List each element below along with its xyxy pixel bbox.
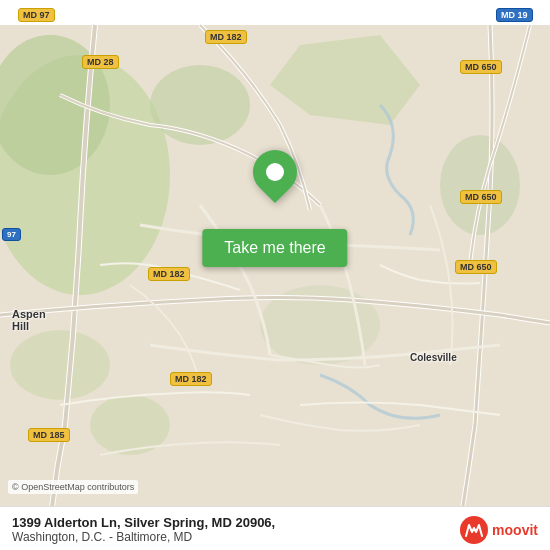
take-me-there-button[interactable]: Take me there — [202, 229, 347, 267]
place-label-colesville: Colesville — [410, 352, 457, 363]
road-badge-md182-top: MD 182 — [205, 30, 247, 44]
road-badge-md650-top: MD 650 — [460, 60, 502, 74]
place-label-aspen-hill: AspenHill — [12, 308, 46, 332]
road-badge-md650-mid: MD 650 — [460, 190, 502, 204]
map-container: MD 97 MD 28 MD 182 MD 19 MD 650 MD 182 9… — [0, 0, 550, 550]
moovit-logo-icon — [460, 516, 488, 544]
pin-marker — [244, 141, 306, 203]
road-badge-97-left: 97 — [2, 228, 21, 241]
road-badge-md28: MD 28 — [82, 55, 119, 69]
svg-point-8 — [10, 330, 110, 400]
location-pin — [253, 150, 297, 194]
moovit-brand-name: moovit — [492, 522, 538, 538]
road-badge-md182-mid: MD 182 — [148, 267, 190, 281]
address-line2: Washington, D.C. - Baltimore, MD — [12, 530, 460, 544]
road-badge-md97-top: MD 97 — [18, 8, 55, 22]
address-block: 1399 Alderton Ln, Silver Spring, MD 2090… — [12, 515, 460, 544]
road-badge-md182-lower: MD 182 — [170, 372, 212, 386]
road-badge-md650-lower: MD 650 — [455, 260, 497, 274]
map-background — [0, 0, 550, 550]
bottom-bar: 1399 Alderton Ln, Silver Spring, MD 2090… — [0, 506, 550, 550]
address-line1: 1399 Alderton Ln, Silver Spring, MD 2090… — [12, 515, 460, 530]
road-badge-md19-top: MD 19 — [496, 8, 533, 22]
pin-dot — [266, 163, 284, 181]
road-badge-md185-bottom: MD 185 — [28, 428, 70, 442]
moovit-logo: moovit — [460, 516, 538, 544]
map-attribution: © OpenStreetMap contributors — [8, 480, 138, 494]
svg-point-5 — [440, 135, 520, 235]
